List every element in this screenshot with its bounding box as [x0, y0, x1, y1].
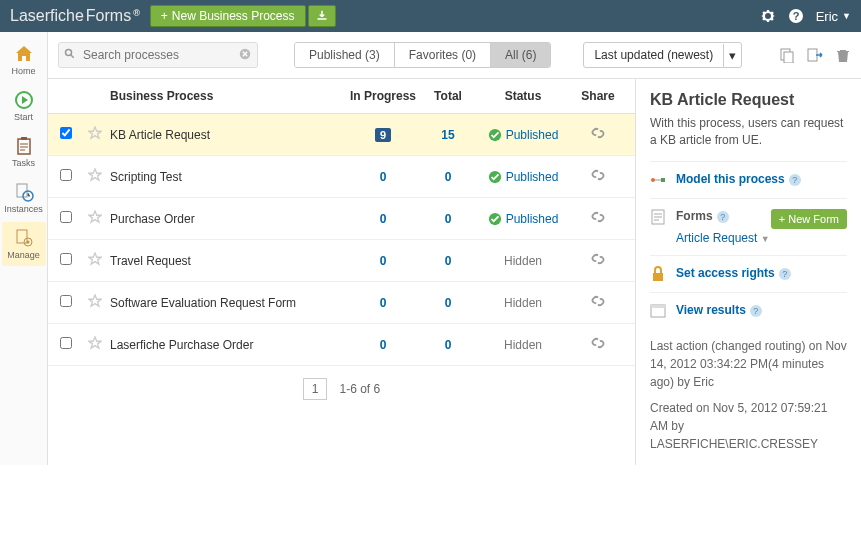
- share-icon[interactable]: [591, 336, 605, 350]
- row-checkbox[interactable]: [60, 169, 72, 181]
- copy-icon[interactable]: [779, 47, 795, 63]
- status-text[interactable]: Published: [506, 170, 559, 184]
- results-icon: [650, 303, 666, 319]
- svg-rect-14: [808, 49, 817, 61]
- progress-count[interactable]: 0: [380, 254, 387, 268]
- star-icon[interactable]: [88, 252, 102, 266]
- progress-count[interactable]: 0: [380, 338, 387, 352]
- table-row[interactable]: Purchase Order 0 0 Published: [48, 198, 635, 240]
- chevron-down-icon: ▼: [842, 11, 851, 21]
- process-name: Travel Request: [110, 254, 343, 268]
- model-process-link[interactable]: Model this process: [676, 172, 785, 186]
- nav-tasks[interactable]: Tasks: [2, 130, 46, 174]
- user-menu[interactable]: Eric ▼: [816, 9, 851, 24]
- table-row[interactable]: Laserfiche Purchase Order 0 0 Hidden: [48, 324, 635, 366]
- trash-icon[interactable]: [835, 47, 851, 63]
- svg-point-9: [26, 241, 29, 244]
- page-number[interactable]: 1: [303, 378, 328, 400]
- help-icon[interactable]: ?: [750, 305, 762, 317]
- brand-logo: LaserficheForms®: [10, 7, 140, 25]
- share-icon[interactable]: [591, 168, 605, 182]
- svg-rect-13: [784, 52, 793, 63]
- total-count[interactable]: 0: [445, 254, 452, 268]
- form-link[interactable]: Article Request ▼: [676, 231, 847, 245]
- total-count[interactable]: 0: [445, 170, 452, 184]
- star-icon[interactable]: [88, 210, 102, 224]
- total-count[interactable]: 0: [445, 296, 452, 310]
- progress-count[interactable]: 0: [380, 212, 387, 226]
- share-icon[interactable]: [591, 252, 605, 266]
- home-icon: [14, 44, 34, 64]
- process-table: Business Process In Progress Total Statu…: [48, 79, 636, 465]
- table-row[interactable]: Travel Request 0 0 Hidden: [48, 240, 635, 282]
- top-bar: LaserficheForms® + New Business Process …: [0, 0, 861, 32]
- help-icon[interactable]: ?: [779, 268, 791, 280]
- share-icon[interactable]: [591, 210, 605, 224]
- model-icon: [650, 172, 666, 188]
- help-icon[interactable]: ?: [788, 8, 804, 24]
- access-rights-link[interactable]: Set access rights: [676, 266, 775, 280]
- progress-badge[interactable]: 9: [375, 128, 391, 142]
- tab-all[interactable]: All (6): [491, 43, 550, 67]
- tab-published[interactable]: Published (3): [295, 43, 395, 67]
- nav-label: Manage: [7, 250, 40, 260]
- svg-rect-4: [21, 137, 27, 140]
- clear-icon[interactable]: [238, 47, 252, 61]
- nav-start[interactable]: Start: [2, 84, 46, 128]
- nav-manage[interactable]: Manage: [2, 222, 46, 266]
- sort-dropdown[interactable]: Last updated (newest) ▾: [583, 42, 742, 68]
- details-description: With this process, users can request a K…: [650, 115, 847, 149]
- total-count[interactable]: 0: [445, 338, 452, 352]
- status-text[interactable]: Published: [506, 128, 559, 142]
- progress-count[interactable]: 0: [380, 296, 387, 310]
- gear-icon[interactable]: [760, 8, 776, 24]
- share-icon[interactable]: [591, 126, 605, 140]
- table-header: Business Process In Progress Total Statu…: [48, 79, 635, 114]
- star-icon[interactable]: [88, 294, 102, 308]
- status-text[interactable]: Hidden: [504, 338, 542, 352]
- check-ok-icon: [488, 128, 502, 142]
- status-text[interactable]: Hidden: [504, 254, 542, 268]
- help-icon[interactable]: ?: [789, 174, 801, 186]
- tab-favorites[interactable]: Favorites (0): [395, 43, 491, 67]
- share-icon[interactable]: [591, 294, 605, 308]
- filter-tabs: Published (3) Favorites (0) All (6): [294, 42, 551, 68]
- star-icon[interactable]: [88, 168, 102, 182]
- table-row[interactable]: KB Article Request 9 15 Published: [48, 114, 635, 156]
- row-checkbox[interactable]: [60, 253, 72, 265]
- total-count[interactable]: 0: [445, 212, 452, 226]
- toolbar: Published (3) Favorites (0) All (6) Last…: [48, 32, 861, 79]
- view-results-link[interactable]: View results: [676, 303, 746, 317]
- export-icon[interactable]: [807, 47, 823, 63]
- star-icon[interactable]: [88, 336, 102, 350]
- table-row[interactable]: Scripting Test 0 0 Published: [48, 156, 635, 198]
- row-checkbox[interactable]: [60, 337, 72, 349]
- status-text[interactable]: Hidden: [504, 296, 542, 310]
- chevron-down-icon: ▾: [723, 44, 741, 67]
- status-text[interactable]: Published: [506, 212, 559, 226]
- new-business-process-button[interactable]: + New Business Process: [150, 5, 306, 27]
- progress-count[interactable]: 0: [380, 170, 387, 184]
- pager: 1 1-6 of 6: [48, 366, 635, 412]
- download-button[interactable]: [308, 5, 336, 27]
- nav-label: Home: [11, 66, 35, 76]
- row-checkbox[interactable]: [60, 295, 72, 307]
- page-range: 1-6 of 6: [339, 382, 380, 396]
- star-icon[interactable]: [88, 126, 102, 140]
- svg-rect-21: [653, 273, 663, 281]
- nav-home[interactable]: Home: [2, 38, 46, 82]
- new-form-button[interactable]: + New Form: [771, 209, 847, 229]
- help-icon[interactable]: ?: [717, 211, 729, 223]
- search-input[interactable]: [58, 42, 258, 68]
- total-count[interactable]: 15: [441, 128, 454, 142]
- row-checkbox[interactable]: [60, 211, 72, 223]
- svg-rect-19: [661, 178, 665, 182]
- svg-rect-5: [17, 184, 27, 197]
- row-checkbox[interactable]: [60, 127, 72, 139]
- plus-icon: +: [161, 9, 168, 23]
- nav-instances[interactable]: Instances: [2, 176, 46, 220]
- process-name: KB Article Request: [110, 128, 343, 142]
- table-row[interactable]: Software Evaluation Request Form 0 0 Hid…: [48, 282, 635, 324]
- process-name: Purchase Order: [110, 212, 343, 226]
- details-panel: KB Article Request With this process, us…: [636, 79, 861, 465]
